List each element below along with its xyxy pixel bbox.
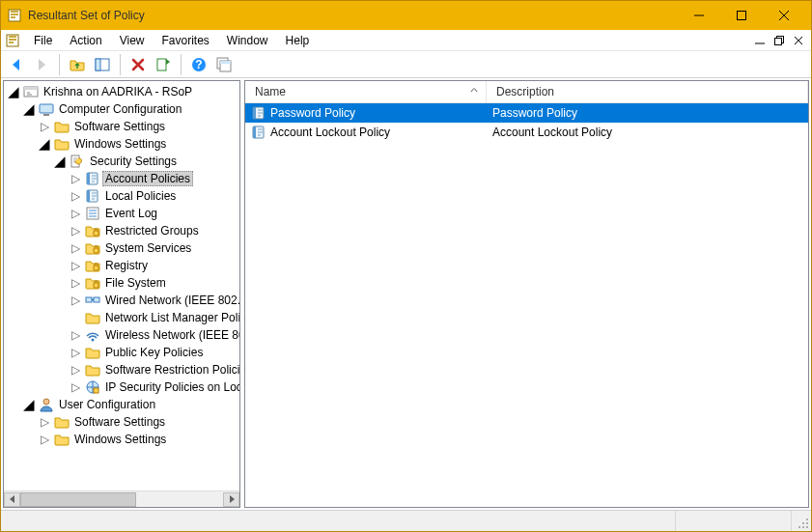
menu-view[interactable]: View: [112, 32, 153, 49]
resize-grip[interactable]: [792, 511, 811, 531]
row-description: Password Policy: [492, 106, 577, 120]
wireless-icon: [85, 327, 100, 343]
scroll-left-button[interactable]: [4, 492, 20, 507]
menu-window[interactable]: Window: [219, 32, 276, 49]
column-name[interactable]: Name ^: [245, 81, 487, 102]
app-icon: [7, 8, 22, 23]
scroll-thumb[interactable]: [20, 492, 136, 507]
tree-node[interactable]: ▷Software Settings: [6, 118, 239, 135]
tree-node[interactable]: ◢Security Settings: [6, 153, 239, 170]
show-hide-tree-button[interactable]: [91, 53, 114, 76]
tree-node[interactable]: ▷Software Restriction Policies: [6, 361, 239, 378]
expander-closed-icon[interactable]: ▷: [68, 188, 83, 204]
separator: [120, 54, 121, 75]
up-button[interactable]: [66, 53, 89, 76]
user-icon: [39, 397, 54, 412]
horizontal-scrollbar[interactable]: [4, 490, 239, 507]
tree-pane[interactable]: ◢Krishna on AADRIKA - RSoP◢Computer Conf…: [3, 80, 240, 508]
list-header[interactable]: Name ^ Description: [245, 81, 808, 103]
tree-node-label: Krishna on AADRIKA - RSoP: [41, 84, 195, 99]
tree-node[interactable]: ▷Event Log: [6, 205, 239, 222]
back-button[interactable]: [5, 53, 28, 76]
tree-node-label: Event Log: [102, 206, 160, 221]
delete-button[interactable]: [126, 53, 150, 76]
eventlog-icon: [85, 206, 100, 221]
tree-node-label: User Configuration: [56, 397, 158, 412]
list-body[interactable]: Password PolicyPassword PolicyAccount Lo…: [245, 103, 808, 507]
tree-node[interactable]: ▷System Services: [6, 239, 239, 257]
expander-open-icon[interactable]: ◢: [37, 136, 52, 152]
expander-closed-icon[interactable]: ▷: [68, 275, 83, 291]
separator: [59, 54, 60, 75]
menu-favorites[interactable]: Favorites: [154, 32, 217, 49]
tree-node[interactable]: ▷IP Security Policies on Local Computer: [6, 378, 239, 396]
expander-closed-icon[interactable]: ▷: [37, 119, 52, 134]
new-window-button[interactable]: [212, 53, 236, 76]
column-description[interactable]: Description: [487, 81, 808, 102]
tree-node-label: System Services: [102, 240, 194, 256]
tree-node[interactable]: ▷Windows Settings: [6, 431, 239, 448]
menu-file[interactable]: File: [26, 32, 60, 49]
expander-closed-icon[interactable]: ▷: [68, 240, 83, 256]
tree-node[interactable]: ▷Local Policies: [6, 187, 239, 205]
expander-closed-icon[interactable]: ▷: [68, 206, 83, 221]
list-pane[interactable]: Name ^ Description Password PolicyPasswo…: [244, 80, 809, 508]
export-list-button[interactable]: [152, 53, 175, 76]
list-row[interactable]: Password PolicyPassword Policy: [245, 103, 808, 123]
expander-open-icon[interactable]: ◢: [21, 397, 37, 412]
tree-node[interactable]: ◢Computer Configuration: [6, 100, 239, 118]
console-tree[interactable]: ◢Krishna on AADRIKA - RSoP◢Computer Conf…: [4, 81, 239, 450]
expander-closed-icon[interactable]: ▷: [37, 414, 52, 430]
mdi-close-button[interactable]: [790, 33, 807, 48]
policy-book-icon: [85, 188, 100, 204]
expander-closed-icon[interactable]: ▷: [68, 345, 83, 360]
tree-node-label: Software Settings: [71, 119, 168, 134]
mdi-restore-button[interactable]: [770, 33, 788, 48]
tree-node-label: Windows Settings: [71, 136, 169, 152]
tree-node[interactable]: ▷Public Key Policies: [6, 344, 239, 361]
title-bar[interactable]: Resultant Set of Policy: [1, 1, 811, 30]
folder-icon: [85, 362, 100, 378]
mdi-minimize-button[interactable]: [751, 33, 769, 48]
folder-icon: [54, 432, 70, 447]
tree-node[interactable]: ·Network List Manager Policies: [6, 309, 239, 326]
forward-button[interactable]: [30, 53, 53, 76]
tree-node[interactable]: ◢Windows Settings: [6, 135, 239, 153]
tree-node[interactable]: ▷Wired Network (IEEE 802.3) Policies: [6, 292, 239, 309]
maximize-button[interactable]: [720, 1, 763, 30]
expander-open-icon[interactable]: ◢: [6, 84, 21, 99]
close-button[interactable]: [763, 1, 805, 30]
tree-node[interactable]: ◢User Configuration: [6, 396, 239, 413]
tree-node[interactable]: ▷Registry: [6, 257, 239, 274]
security-icon: [70, 154, 85, 169]
expander-open-icon[interactable]: ◢: [21, 101, 37, 117]
list-row[interactable]: Account Lockout PolicyAccount Lockout Po…: [245, 123, 808, 142]
scroll-right-button[interactable]: [223, 492, 239, 507]
tree-node[interactable]: ▷Software Settings: [6, 413, 239, 431]
expander-open-icon[interactable]: ◢: [52, 154, 68, 169]
tree-node[interactable]: ▷Restricted Groups: [6, 222, 239, 239]
expander-closed-icon[interactable]: ▷: [37, 432, 52, 447]
expander-closed-icon[interactable]: ▷: [68, 362, 83, 378]
tree-node[interactable]: ◢Krishna on AADRIKA - RSoP: [6, 83, 239, 100]
expander-closed-icon[interactable]: ▷: [68, 293, 83, 308]
folder-icon: [54, 414, 70, 430]
tree-node-label: Software Settings: [71, 414, 168, 430]
menu-help[interactable]: Help: [278, 32, 318, 49]
scroll-track[interactable]: [20, 492, 223, 507]
folder-lock-icon: [85, 223, 100, 238]
tree-node[interactable]: ▷Account Policies: [6, 170, 239, 187]
tree-node-label: Computer Configuration: [56, 101, 184, 117]
tree-node[interactable]: ▷File System: [6, 274, 239, 292]
minimize-button[interactable]: [678, 1, 720, 30]
tree-node[interactable]: ▷Wireless Network (IEEE 802.11) Policies: [6, 326, 239, 344]
expander-closed-icon[interactable]: ▷: [68, 258, 83, 273]
expander-closed-icon[interactable]: ▷: [68, 379, 83, 395]
svg-rect-24: [738, 12, 746, 20]
expander-closed-icon[interactable]: ▷: [68, 327, 83, 343]
help-button[interactable]: [187, 53, 210, 76]
menu-action[interactable]: Action: [62, 32, 109, 49]
expander-closed-icon[interactable]: ▷: [68, 171, 83, 186]
expander-closed-icon[interactable]: ▷: [68, 223, 83, 238]
folder-lock-icon: [85, 240, 100, 256]
